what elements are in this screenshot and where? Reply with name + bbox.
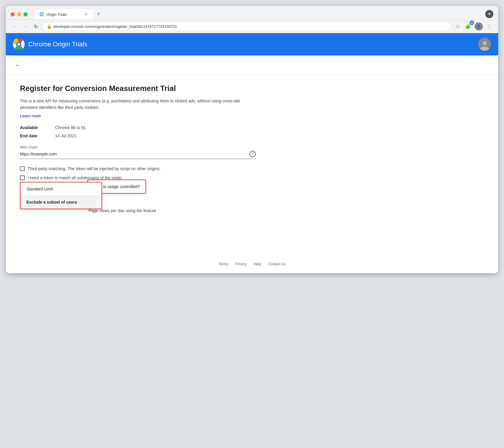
back-nav-button[interactable]: ← bbox=[11, 22, 19, 31]
maximize-button[interactable] bbox=[23, 12, 28, 16]
extensions-wrapper: 🧩 32 bbox=[464, 22, 472, 31]
web-origin-input[interactable] bbox=[20, 151, 247, 158]
main-content: Register for Conversion Measurement Tria… bbox=[6, 75, 270, 255]
svg-point-5 bbox=[483, 41, 487, 45]
checkbox1-label: Third-party matching. The token will be … bbox=[28, 166, 160, 172]
avatar-image bbox=[478, 38, 491, 51]
extensions-badge: 32 bbox=[470, 21, 474, 25]
profile-dropdown-button[interactable]: ▼ bbox=[485, 10, 493, 18]
reload-button[interactable]: ↻ bbox=[32, 22, 40, 31]
web-origin-input-row: ? bbox=[20, 151, 256, 159]
traffic-lights bbox=[11, 12, 28, 16]
help-button[interactable]: ? bbox=[249, 151, 256, 157]
site-header: Chrome Origin Trials bbox=[6, 33, 498, 55]
back-button[interactable]: ← bbox=[13, 60, 22, 70]
page-content: Chrome Origin Trials ← Register for Conv… bbox=[6, 33, 498, 273]
tab-favicon-icon: 🌐 bbox=[39, 12, 44, 17]
site-title: Chrome Origin Trials bbox=[28, 40, 87, 48]
dropdown-menu: Standard Limit Exclude a subset of users bbox=[20, 182, 102, 209]
end-date-label: End date bbox=[20, 133, 55, 138]
title-bar: 🌐 Origin Trials × + ▼ bbox=[6, 6, 498, 19]
tab-title: Origin Trials bbox=[46, 12, 81, 17]
subdomain-checkbox[interactable] bbox=[20, 175, 25, 180]
close-button[interactable] bbox=[11, 12, 15, 16]
form-title: Register for Conversion Measurement Tria… bbox=[20, 84, 256, 93]
address-bar[interactable]: 🔒 developer.chrome.com/origintrials/#/re… bbox=[42, 22, 451, 31]
dropdown-option-standard[interactable]: Standard Limit bbox=[21, 182, 102, 195]
tab-bar: 🌐 Origin Trials × + ▼ bbox=[35, 9, 493, 19]
web-origin-section: Web Origin ? bbox=[20, 145, 256, 159]
lock-icon: 🔒 bbox=[47, 24, 52, 29]
footer-terms-link[interactable]: Terms bbox=[219, 262, 228, 266]
tab-close-icon[interactable]: × bbox=[83, 12, 89, 17]
footer-help-link[interactable]: Help bbox=[254, 262, 261, 266]
address-bar-row: ← → ↻ 🔒 developer.chrome.com/origintrial… bbox=[6, 19, 498, 33]
chrome-logo-icon bbox=[13, 38, 25, 50]
usage-control-section: Exclude a subset of users Standard Limit… bbox=[20, 187, 256, 246]
footer-contact-link[interactable]: Contact Us bbox=[268, 262, 285, 266]
site-header-left: Chrome Origin Trials bbox=[13, 38, 87, 50]
url-text: developer.chrome.com/origintrials/#/regi… bbox=[53, 24, 447, 29]
dropdown-option-exclude[interactable]: Exclude a subset of users bbox=[21, 196, 102, 209]
active-tab[interactable]: 🌐 Origin Trials × bbox=[35, 9, 93, 19]
end-date-field: End date 14 Jul 2021 bbox=[20, 133, 256, 138]
chrome-menu-button[interactable]: ⋮ bbox=[485, 22, 493, 31]
footer-privacy-link[interactable]: Privacy bbox=[235, 262, 247, 266]
new-tab-button[interactable]: + bbox=[94, 10, 103, 18]
end-date-value: 14 Jul 2021 bbox=[55, 133, 76, 138]
bookmark-button[interactable]: ☆ bbox=[454, 22, 462, 31]
profile-avatar[interactable]: 👤 bbox=[475, 22, 483, 31]
header-user-avatar[interactable] bbox=[478, 38, 491, 51]
back-section: ← bbox=[6, 55, 498, 75]
svg-point-3 bbox=[17, 43, 20, 46]
checkbox1-row: Third-party matching. The token will be … bbox=[20, 166, 256, 172]
available-value: Chrome 86 to 91 bbox=[55, 125, 86, 130]
browser-window: 🌐 Origin Trials × + ▼ ← → ↻ 🔒 developer.… bbox=[6, 6, 498, 273]
available-field: Available Chrome 86 to 91 bbox=[20, 125, 256, 130]
available-label: Available bbox=[20, 125, 55, 130]
forward-nav-button[interactable]: → bbox=[21, 22, 29, 31]
form-description: This is a new API for measuring conversi… bbox=[20, 98, 256, 111]
minimize-button[interactable] bbox=[17, 12, 21, 16]
web-origin-label: Web Origin bbox=[20, 145, 256, 149]
learn-more-link[interactable]: Learn more bbox=[20, 114, 41, 118]
third-party-checkbox[interactable] bbox=[20, 166, 25, 171]
site-footer: Terms Privacy Help Contact Us bbox=[6, 255, 498, 273]
